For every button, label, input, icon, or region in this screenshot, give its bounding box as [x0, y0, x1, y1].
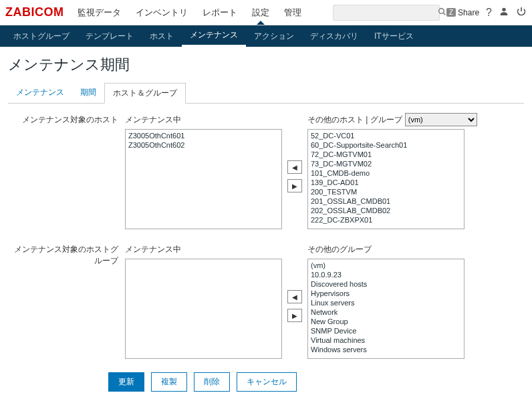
- list-item[interactable]: 139_DC-AD01: [308, 178, 464, 187]
- button-row: 更新 複製 削除 キャンセル: [8, 372, 524, 392]
- share-z-icon: Z: [446, 8, 456, 17]
- groups-add-button[interactable]: ◀: [287, 290, 302, 303]
- svg-point-2: [502, 7, 505, 11]
- hosts-row-label: メンテナンス対象のホスト: [8, 113, 125, 229]
- hosts-arrows: ◀ ▶: [287, 126, 302, 227]
- share-label: Share: [458, 8, 479, 17]
- subnav-item-3[interactable]: メンテナンス: [182, 25, 246, 47]
- svg-point-0: [439, 8, 444, 13]
- groups-other-col: その他のグループ (vm)10.0.9.23Discovered hostsHy…: [307, 243, 464, 359]
- list-item[interactable]: 73_DC-MGTVM02: [308, 159, 464, 168]
- topnav-item-0[interactable]: 監視データ: [71, 1, 128, 24]
- subnav-item-2[interactable]: ホスト: [142, 25, 182, 47]
- list-item[interactable]: 222_DC-ZBXPX01: [308, 215, 464, 225]
- list-item[interactable]: 10.0.9.23: [308, 270, 464, 279]
- groups-in-col: メンテナンス中: [125, 243, 282, 359]
- logo: ZABICOM: [5, 5, 64, 19]
- topbar-right: Z Share ?: [333, 5, 527, 21]
- groups-row-label: メンテナンス対象のホストグループ: [8, 243, 125, 359]
- list-item[interactable]: 60_DC-Supportsite-Search01: [308, 140, 464, 150]
- list-item[interactable]: 202_OSSLAB_CMDB02: [308, 206, 464, 215]
- topnav-item-4[interactable]: 管理: [277, 1, 308, 24]
- list-item[interactable]: SNMP Device: [308, 326, 464, 335]
- groups-arrows: ◀ ▶: [287, 256, 302, 356]
- list-item[interactable]: Network: [308, 307, 464, 317]
- list-item[interactable]: Z3005OthCnt602: [126, 140, 281, 150]
- hosts-in-col: メンテナンス中 Z3005OthCnt601Z3005OthCnt602: [125, 113, 282, 229]
- groups-row: メンテナンス対象のホストグループ メンテナンス中 ◀ ▶ その他のグループ (v…: [8, 243, 524, 359]
- subnav-item-4[interactable]: アクション: [246, 25, 302, 47]
- tab-bar: メンテナンス期間ホスト＆グループ: [8, 83, 524, 104]
- list-item[interactable]: New Group: [308, 317, 464, 326]
- list-item[interactable]: 72_DC-MGTVM01: [308, 150, 464, 159]
- subnav: ホストグループテンプレートホストメンテナンスアクションディスカバリITサービス: [0, 25, 532, 47]
- groups-other-label: その他のグループ: [307, 243, 464, 256]
- list-item[interactable]: 52_DC-VC01: [308, 131, 464, 140]
- search-input[interactable]: [338, 8, 438, 17]
- list-item[interactable]: 200_TESTVM: [308, 187, 464, 196]
- hosts-group-select[interactable]: (vm): [405, 113, 477, 126]
- topnav-item-3[interactable]: 設定: [245, 1, 276, 24]
- update-button[interactable]: 更新: [108, 372, 144, 392]
- list-item[interactable]: Windows servers: [308, 345, 464, 354]
- clone-button[interactable]: 複製: [151, 372, 187, 392]
- cancel-button[interactable]: キャンセル: [237, 372, 297, 392]
- list-item[interactable]: Hypervisors: [308, 289, 464, 298]
- subnav-item-5[interactable]: ディスカバリ: [302, 25, 366, 47]
- hosts-row: メンテナンス対象のホスト メンテナンス中 Z3005OthCnt601Z3005…: [8, 113, 524, 229]
- hosts-in-label: メンテナンス中: [125, 113, 282, 126]
- tab-2[interactable]: ホスト＆グループ: [104, 83, 186, 104]
- list-item[interactable]: 201_OSSLAB_CMDB01: [308, 196, 464, 206]
- search-box[interactable]: [333, 5, 440, 21]
- hosts-remove-button[interactable]: ▶: [287, 179, 302, 192]
- topnav-item-2[interactable]: レポート: [196, 1, 244, 24]
- hosts-other-col: その他のホスト | グループ (vm) 52_DC-VC0160_DC-Supp…: [307, 113, 477, 229]
- topnav: 監視データインベントリレポート設定管理: [71, 1, 333, 24]
- tab-0[interactable]: メンテナンス: [8, 83, 72, 103]
- groups-other-listbox[interactable]: (vm)10.0.9.23Discovered hostsHypervisors…: [307, 259, 464, 359]
- list-item[interactable]: 101_CMDB-demo: [308, 168, 464, 178]
- subnav-item-0[interactable]: ホストグループ: [5, 25, 78, 47]
- footer: Zabbix 3.0.8. © 2001–2017, Zabbix SIA: [0, 400, 532, 405]
- delete-button[interactable]: 削除: [194, 372, 230, 392]
- help-icon[interactable]: ?: [486, 7, 492, 19]
- svg-line-1: [443, 13, 445, 15]
- user-icon[interactable]: [499, 6, 509, 19]
- subnav-item-1[interactable]: テンプレート: [78, 25, 142, 47]
- page-content: メンテナンス期間 メンテナンス期間ホスト＆グループ メンテナンス対象のホスト メ…: [0, 47, 532, 400]
- page-title: メンテナンス期間: [8, 55, 524, 75]
- hosts-other-listbox[interactable]: 52_DC-VC0160_DC-Supportsite-Search0172_D…: [307, 129, 464, 229]
- groups-in-label: メンテナンス中: [125, 243, 282, 256]
- hosts-other-label-row: その他のホスト | グループ (vm): [307, 113, 477, 126]
- groups-remove-button[interactable]: ▶: [287, 309, 302, 322]
- topbar: ZABICOM 監視データインベントリレポート設定管理 Z Share ?: [0, 0, 532, 25]
- hosts-other-label: その他のホスト | グループ: [307, 114, 402, 126]
- list-item[interactable]: Virtual machines: [308, 335, 464, 345]
- topnav-item-1[interactable]: インベントリ: [129, 1, 194, 24]
- power-icon[interactable]: [516, 6, 527, 19]
- groups-in-listbox[interactable]: [125, 259, 282, 359]
- list-item[interactable]: Z3005OthCnt601: [126, 131, 281, 140]
- tab-1[interactable]: 期間: [72, 83, 104, 103]
- list-item[interactable]: Linux servers: [308, 298, 464, 307]
- share-button[interactable]: Z Share: [446, 8, 479, 17]
- search-icon[interactable]: [438, 7, 446, 18]
- hosts-in-listbox[interactable]: Z3005OthCnt601Z3005OthCnt602: [125, 129, 282, 229]
- subnav-item-6[interactable]: ITサービス: [366, 25, 422, 47]
- list-item[interactable]: Discovered hosts: [308, 279, 464, 289]
- list-item[interactable]: (vm): [308, 261, 464, 270]
- hosts-add-button[interactable]: ◀: [287, 160, 302, 174]
